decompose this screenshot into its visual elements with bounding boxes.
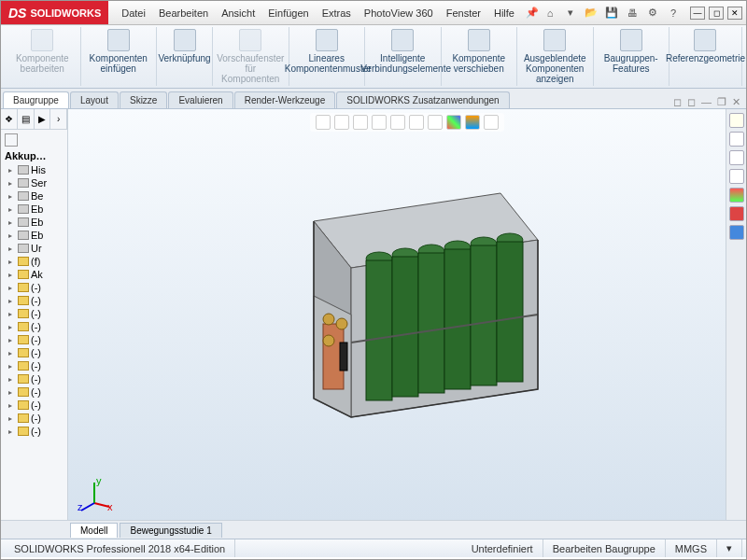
- doc-restore-icon[interactable]: ◻: [673, 96, 682, 108]
- svg-rect-13: [471, 245, 497, 385]
- taskpane-appearances-icon[interactable]: [729, 206, 744, 221]
- taskpane-view-palette-icon[interactable]: [729, 188, 744, 203]
- tree-node[interactable]: ▸(-): [3, 399, 65, 412]
- assembly-features-icon: [620, 29, 642, 51]
- svg-point-19: [336, 318, 347, 329]
- tree-node[interactable]: ▸(-): [3, 372, 65, 385]
- ribbon-mate[interactable]: Verknüpfung: [157, 27, 213, 86]
- tree-node[interactable]: ▸(-): [3, 385, 65, 399]
- fm-tab-config-icon[interactable]: ▶: [35, 109, 51, 129]
- tree-node[interactable]: ▸(-): [3, 294, 65, 307]
- tree-node[interactable]: ▸(-): [3, 320, 65, 333]
- doc-restore2-icon[interactable]: ❐: [717, 96, 726, 108]
- title-bar: DS SOLIDWORKS Datei Bearbeiten Ansicht E…: [1, 1, 746, 25]
- tree-node[interactable]: ▸(-): [3, 281, 65, 294]
- tab-baugruppe[interactable]: Baugruppe: [3, 91, 69, 108]
- motion-tabs: Modell Bewegungsstudie 1: [1, 520, 746, 539]
- tree-node[interactable]: ▸(-): [3, 307, 65, 320]
- doc-close-icon[interactable]: ✕: [732, 96, 740, 108]
- heads-up-toolbar: [310, 113, 504, 132]
- ribbon-smart-fasteners[interactable]: Intelligente Verbindungselemente: [365, 27, 442, 86]
- taskpane-explorer-icon[interactable]: [729, 169, 744, 184]
- menu-einfuegen[interactable]: Einfügen: [262, 5, 314, 21]
- menu-fenster[interactable]: Fenster: [441, 5, 486, 21]
- appearance-icon[interactable]: [446, 115, 461, 130]
- tree-node[interactable]: ▸Ser: [3, 176, 65, 189]
- open-icon[interactable]: 📂: [584, 6, 599, 21]
- options-icon[interactable]: ⚙: [645, 6, 660, 21]
- taskpane-resources-icon[interactable]: [729, 132, 744, 147]
- tree-node[interactable]: ▸Eb: [3, 203, 65, 216]
- menu-extras[interactable]: Extras: [317, 5, 357, 21]
- svg-rect-11: [418, 253, 444, 393]
- ribbon-linear-pattern[interactable]: Lineares Komponentenmuster: [289, 27, 366, 86]
- menu-datei[interactable]: Datei: [116, 5, 151, 21]
- tree-node[interactable]: ▸Eb: [3, 229, 65, 242]
- bottom-tab-modell[interactable]: Modell: [70, 523, 118, 538]
- section-view-icon[interactable]: [372, 115, 387, 130]
- tab-addins[interactable]: SOLIDWORKS Zusatzanwendungen: [336, 91, 509, 108]
- ribbon-assembly-features[interactable]: Baugruppen-Features: [594, 27, 670, 86]
- bottom-tab-bewegung[interactable]: Bewegungsstudie 1: [120, 523, 221, 538]
- menu-ansicht[interactable]: Ansicht: [216, 5, 261, 21]
- new-icon[interactable]: ▾: [563, 6, 578, 21]
- feature-tree[interactable]: Akkup… ▸His▸Ser▸Be▸Eb▸Eb▸Eb▸Ur▸(f)▸Ak▸(-…: [1, 130, 67, 520]
- tab-evaluieren[interactable]: Evaluieren: [168, 91, 233, 108]
- hide-show-icon[interactable]: [428, 115, 443, 130]
- tree-node[interactable]: ▸(-): [3, 425, 65, 438]
- tab-render[interactable]: Render-Werkzeuge: [234, 91, 336, 108]
- ribbon-show-hidden[interactable]: Ausgeblendete Komponenten anzeigen: [517, 27, 594, 86]
- doc-min-icon[interactable]: —: [701, 96, 712, 108]
- minimize-button[interactable]: —: [690, 7, 705, 20]
- pin-icon[interactable]: 📌: [526, 7, 539, 19]
- home-icon[interactable]: ⌂: [543, 6, 557, 21]
- menu-photoview[interactable]: PhotoView 360: [359, 5, 439, 21]
- menu-hilfe[interactable]: Hilfe: [488, 5, 520, 21]
- taskpane-design-lib-icon[interactable]: [729, 150, 744, 165]
- close-button[interactable]: ✕: [727, 7, 742, 20]
- menu-bearbeiten[interactable]: Bearbeiten: [153, 5, 214, 21]
- tree-node[interactable]: ▸Ak: [3, 268, 65, 281]
- zoom-fit-icon[interactable]: [316, 115, 331, 130]
- status-dropdown-icon[interactable]: ▾: [717, 539, 742, 557]
- help-icon[interactable]: ?: [666, 6, 681, 21]
- save-icon[interactable]: 💾: [604, 6, 619, 21]
- tree-node[interactable]: ▸Eb: [3, 216, 65, 229]
- quick-access-toolbar: ⌂ ▾ 📂 💾 🖶 ⚙ ?: [543, 6, 681, 21]
- tab-skizze[interactable]: Skizze: [120, 91, 167, 108]
- doc-max-icon[interactable]: ◻: [687, 96, 696, 108]
- tree-node[interactable]: ▸(-): [3, 359, 65, 372]
- status-units[interactable]: MMGS: [666, 539, 717, 557]
- orientation-triad[interactable]: x y z: [76, 475, 113, 512]
- print-icon[interactable]: 🖶: [625, 6, 640, 21]
- fm-tab-tree-icon[interactable]: ❖: [1, 109, 18, 129]
- tree-node[interactable]: ▸(-): [3, 333, 65, 346]
- tree-node[interactable]: ▸Be: [3, 189, 65, 203]
- taskpane-custom-props-icon[interactable]: [729, 225, 744, 240]
- tree-node[interactable]: ▸(-): [3, 412, 65, 425]
- taskpane-home-icon[interactable]: [729, 113, 744, 128]
- tree-node[interactable]: ▸(-): [3, 346, 65, 359]
- maximize-button[interactable]: ◻: [709, 7, 724, 20]
- svg-rect-21: [340, 343, 347, 371]
- scene-icon[interactable]: [465, 115, 480, 130]
- tab-layout[interactable]: Layout: [70, 91, 119, 108]
- ribbon-move-component[interactable]: Komponente verschieben: [442, 27, 518, 86]
- ribbon-reference-geometry[interactable]: Referenzgeometrie: [669, 27, 742, 86]
- zoom-area-icon[interactable]: [334, 115, 349, 130]
- view-settings-icon[interactable]: [484, 115, 499, 130]
- tree-node[interactable]: ▸His: [3, 163, 65, 176]
- ribbon-insert-component[interactable]: Komponenten einfügen: [81, 27, 158, 86]
- tree-node[interactable]: ▸Ur: [3, 242, 65, 255]
- tree-root[interactable]: Akkup…: [3, 148, 65, 163]
- tree-filter-icon[interactable]: [5, 133, 18, 147]
- fm-tab-more-icon[interactable]: ›: [50, 109, 67, 129]
- 3d-model[interactable]: [258, 184, 557, 445]
- tree-node[interactable]: ▸(f): [3, 255, 65, 268]
- svg-rect-14: [497, 242, 523, 382]
- fm-tab-prop-icon[interactable]: ▤: [18, 109, 35, 129]
- view-orient-icon[interactable]: [390, 115, 405, 130]
- prev-view-icon[interactable]: [353, 115, 368, 130]
- graphics-viewport[interactable]: x y z: [68, 109, 746, 520]
- display-style-icon[interactable]: [409, 115, 424, 130]
